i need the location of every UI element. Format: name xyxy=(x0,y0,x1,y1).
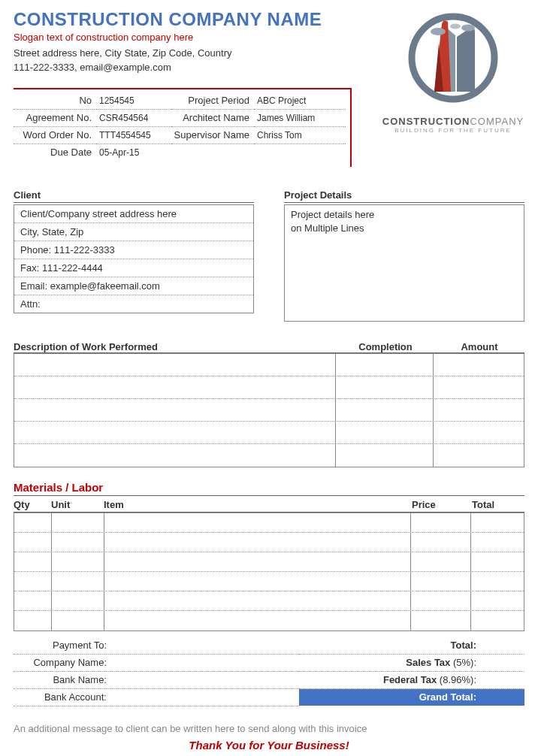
no-value: 1254545 xyxy=(96,92,171,110)
payment-bank-label: Bank Name: xyxy=(14,672,111,688)
architect-label: Architect Name xyxy=(171,110,254,127)
sales-tax-rate: (5%): xyxy=(450,657,476,668)
grand-total-value xyxy=(479,689,524,706)
company-logo: CONSTRUCTIONCOMPANY BUILDING FOR THE FUT… xyxy=(382,5,524,148)
header: CONSTRUCTION COMPANY NAME Slogan text of… xyxy=(14,9,524,73)
materials-header: Qty Unit Item Price Total xyxy=(14,496,524,513)
sales-tax-label: Sales Tax xyxy=(406,657,450,668)
supervisor-value: Chriss Tom xyxy=(254,127,346,144)
svg-point-1 xyxy=(431,28,446,35)
footer-message: An additional message to client can be w… xyxy=(14,723,524,734)
client-attn: Attn: xyxy=(14,295,253,313)
table-row xyxy=(14,444,524,467)
table-row xyxy=(14,513,524,533)
table-row xyxy=(14,354,524,376)
total-label: Total: xyxy=(451,640,476,651)
wordorder-label: Word Order No. xyxy=(14,127,96,144)
federal-tax-value xyxy=(479,672,524,688)
wordorder-value: TTT4554545 xyxy=(96,127,171,144)
table-row xyxy=(14,422,524,444)
client-email: Email: example@fakeemail.com xyxy=(14,277,253,295)
agreement-value: CSR454564 xyxy=(96,110,171,127)
payment-to-value xyxy=(111,637,299,654)
federal-tax-label: Federal Tax xyxy=(383,674,437,685)
table-row xyxy=(14,611,524,631)
project-section: Project Details Project details here on … xyxy=(284,189,524,322)
architect-value: James William xyxy=(254,110,346,127)
project-line1: Project details here xyxy=(291,208,518,222)
period-value: ABC Project xyxy=(254,92,346,110)
materials-table xyxy=(14,513,524,631)
work-table xyxy=(14,353,524,467)
grand-total-label: Grand Total: xyxy=(299,689,479,706)
payment-account-value xyxy=(111,689,299,706)
client-address: Client/Company street address here xyxy=(14,205,253,223)
meta-box: No 1254545 Project Period ABC Project Ag… xyxy=(14,88,352,167)
project-line2: on Multiple Lines xyxy=(291,222,518,235)
work-header: Description of Work Performed Completion… xyxy=(14,341,524,353)
price-header: Price xyxy=(412,499,472,510)
logo-tagline: BUILDING FOR THE FUTURE xyxy=(382,127,524,134)
period-label: Project Period xyxy=(171,92,254,110)
work-desc-header: Description of Work Performed xyxy=(14,341,337,352)
project-title: Project Details xyxy=(284,189,524,203)
table-row xyxy=(14,533,524,552)
table-row xyxy=(14,376,524,399)
federal-tax-rate: (8.96%): xyxy=(437,674,476,685)
sales-tax-value xyxy=(479,655,524,671)
logo-text: CONSTRUCTIONCOMPANY xyxy=(382,116,524,127)
total-value xyxy=(479,637,524,654)
totals-section: Total: Sales Tax (5%): Federal Tax (8.96… xyxy=(299,637,524,706)
payment-bank-value xyxy=(111,672,299,688)
table-row xyxy=(14,552,524,572)
client-title: Client xyxy=(14,189,254,203)
work-amount-header: Amount xyxy=(434,341,524,352)
client-fax: Fax: 111-222-4444 xyxy=(14,259,253,277)
unit-header: Unit xyxy=(51,499,104,510)
total-header: Total xyxy=(472,499,524,510)
supervisor-label: Supervisor Name xyxy=(171,127,254,144)
client-phone: Phone: 111-222-3333 xyxy=(14,241,253,259)
table-row xyxy=(14,399,524,422)
client-section: Client Client/Company street address her… xyxy=(14,189,254,322)
payment-to-label: Payment To: xyxy=(14,637,111,654)
due-value: 05-Apr-15 xyxy=(96,144,171,161)
agreement-label: Agreement No. xyxy=(14,110,96,127)
due-label: Due Date xyxy=(14,144,96,161)
svg-point-3 xyxy=(450,24,461,29)
svg-point-2 xyxy=(461,25,475,32)
work-completion-header: Completion xyxy=(337,341,434,352)
payment-company-value xyxy=(111,655,299,671)
payment-account-label: Bank Account: xyxy=(14,689,111,706)
thanks-message: Thank You for Your Business! xyxy=(14,739,524,751)
payment-section: Payment To: Company Name: Bank Name: Ban… xyxy=(14,637,299,706)
qty-header: Qty xyxy=(14,499,51,510)
client-city: City, State, Zip xyxy=(14,223,253,241)
materials-title: Materials / Labor xyxy=(14,481,524,496)
building-logo-icon xyxy=(397,5,509,110)
table-row xyxy=(14,572,524,591)
payment-company-label: Company Name: xyxy=(14,655,111,671)
no-label: No xyxy=(14,92,96,110)
table-row xyxy=(14,591,524,611)
item-header: Item xyxy=(104,499,412,510)
